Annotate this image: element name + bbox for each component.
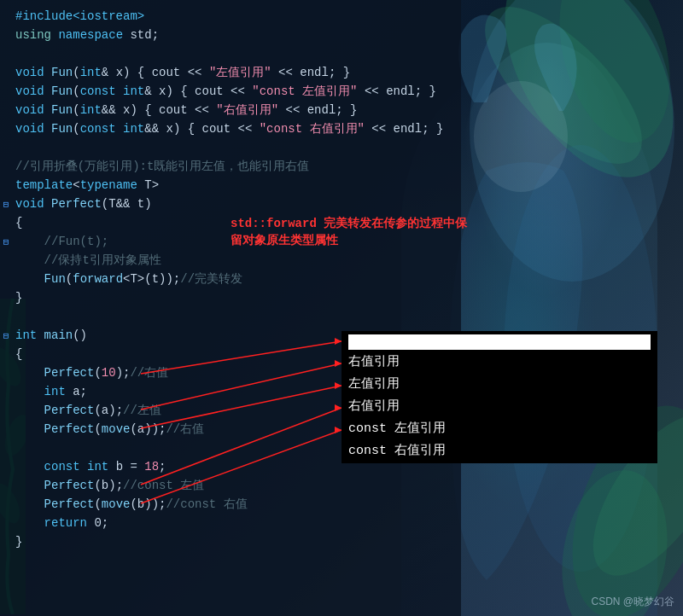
line-content: Fun(forward<T>(t));//完美转发: [15, 270, 454, 288]
line-content: void Fun(const int& x) { cout << "const …: [15, 82, 454, 101]
code-line: Fun(forward<T>(t));//完美转发: [0, 270, 461, 288]
terminal-line: const 右值引用: [348, 440, 651, 462]
code-line: //保持t引用对象属性: [0, 251, 461, 270]
line-content: //保持t引用对象属性: [15, 251, 454, 270]
watermark: CSDN @晓梦幻谷: [591, 595, 674, 609]
code-line: template<typename T>: [0, 176, 461, 195]
code-line: [0, 44, 461, 63]
annotation-box: std::forward 完美转发在传参的过程中保 留对象原生类型属性: [231, 215, 467, 249]
line-content: Perfect(b);//const 左值: [15, 476, 454, 495]
terminal-line: 右值引用: [348, 352, 651, 374]
terminal-line: const 左值引用: [348, 418, 651, 440]
line-content: [15, 307, 454, 326]
line-content: }: [15, 288, 454, 307]
line-content: [15, 44, 454, 63]
code-line: void Fun(int& x) { cout << "左值引用" << end…: [0, 63, 461, 82]
code-line: [0, 307, 461, 326]
code-line: return 0;: [0, 514, 461, 532]
code-line: void Fun(int&& x) { cout << "右值引用" << en…: [0, 101, 461, 119]
code-line: //引用折叠(万能引用):t既能引用左值，也能引用右值: [0, 157, 461, 176]
terminal-line: 右值引用: [348, 396, 651, 418]
line-content: void Fun(const int&& x) { cout << "const…: [15, 119, 454, 138]
code-line: Perfect(b);//const 左值: [0, 476, 461, 495]
line-indicator: ⊟: [0, 199, 12, 210]
line-content: void Perfect(T&& t): [15, 195, 454, 213]
line-content: using namespace std;: [15, 26, 454, 44]
code-line: }: [0, 532, 461, 551]
line-content: Perfect(move(b));//const 右值: [15, 495, 454, 514]
code-line: Perfect(move(b));//const 右值: [0, 495, 461, 514]
code-line: void Fun(const int&& x) { cout << "const…: [0, 119, 461, 138]
line-content: //引用折叠(万能引用):t既能引用左值，也能引用右值: [15, 157, 454, 176]
line-content: template<typename T>: [15, 176, 454, 195]
annotation-line2: 留对象原生类型属性: [231, 232, 467, 249]
line-content: void Fun(int&& x) { cout << "右值引用" << en…: [15, 101, 454, 119]
annotation-line1: std::forward 完美转发在传参的过程中保: [231, 215, 467, 232]
line-content: void Fun(int& x) { cout << "左值引用" << end…: [15, 63, 454, 82]
terminal-output: 右值引用左值引用右值引用const 左值引用const 右值引用: [342, 331, 657, 463]
line-content: #include<iostream>: [15, 7, 454, 26]
terminal-titlebar: [348, 334, 651, 350]
code-line: #include<iostream>: [0, 7, 461, 26]
line-indicator: ⊟: [0, 236, 12, 247]
line-content: [15, 138, 454, 157]
terminal-line: 左值引用: [348, 374, 651, 396]
code-line: using namespace std;: [0, 26, 461, 44]
line-content: }: [15, 532, 454, 551]
line-indicator: ⊟: [0, 330, 12, 341]
code-editor: #include<iostream>using namespace std; v…: [0, 0, 461, 616]
code-line: [0, 138, 461, 157]
code-line: }: [0, 288, 461, 307]
line-content: return 0;: [15, 514, 454, 532]
code-line: void Fun(const int& x) { cout << "const …: [0, 82, 461, 101]
code-line: ⊟void Perfect(T&& t): [0, 195, 461, 213]
